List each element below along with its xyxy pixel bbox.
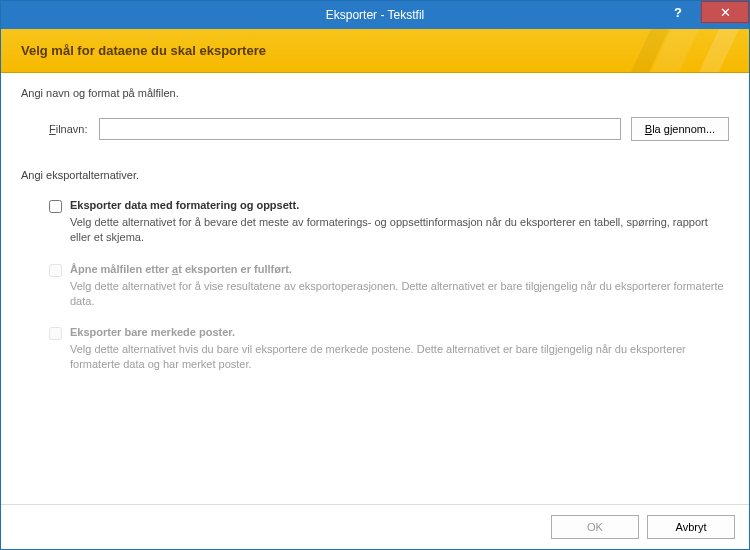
- option-export-formatting: Eksporter data med formatering og oppset…: [49, 199, 729, 245]
- ok-button: OK: [551, 515, 639, 539]
- window-title: Eksporter - Tekstfil: [1, 8, 749, 22]
- destination-section-label: Angi navn og format på målfilen.: [21, 87, 729, 99]
- option-open-after-title: Åpne målfilen etter at eksporten er full…: [70, 263, 729, 275]
- content-area: Angi navn og format på målfilen. Filnavn…: [1, 73, 749, 504]
- option-open-after: Åpne målfilen etter at eksporten er full…: [49, 263, 729, 309]
- filename-label: Filnavn:: [49, 123, 99, 135]
- cancel-button[interactable]: Avbryt: [647, 515, 735, 539]
- close-button[interactable]: ✕: [701, 1, 749, 23]
- option-selected-only-title: Eksporter bare merkede poster.: [70, 326, 729, 338]
- wizard-heading: Velg mål for dataene du skal eksportere: [21, 43, 266, 58]
- option-selected-only: Eksporter bare merkede poster. Velg dett…: [49, 326, 729, 372]
- option-open-after-desc: Velg dette alternativet for å vise resul…: [70, 279, 729, 309]
- dialog-window: Eksporter - Tekstfil ? ✕ Velg mål for da…: [0, 0, 750, 550]
- filename-input[interactable]: [99, 118, 621, 140]
- option-export-formatting-desc: Velg dette alternativet for å bevare det…: [70, 215, 729, 245]
- options-section-label: Angi eksportalternativer.: [21, 169, 729, 181]
- help-button[interactable]: ?: [655, 1, 701, 23]
- option-selected-only-desc: Velg dette alternativet hvis du bare vil…: [70, 342, 729, 372]
- titlebar-controls: ? ✕: [655, 1, 749, 29]
- filename-row: Filnavn: Bla gjennom...: [49, 117, 729, 141]
- footer: OK Avbryt: [1, 504, 749, 549]
- option-export-formatting-title: Eksporter data med formatering og oppset…: [70, 199, 729, 211]
- option-selected-only-checkbox: [49, 327, 62, 340]
- browse-button[interactable]: Bla gjennom...: [631, 117, 729, 141]
- option-export-formatting-checkbox[interactable]: [49, 200, 62, 213]
- option-open-after-checkbox: [49, 264, 62, 277]
- titlebar: Eksporter - Tekstfil ? ✕: [1, 1, 749, 29]
- wizard-header: Velg mål for dataene du skal eksportere: [1, 29, 749, 73]
